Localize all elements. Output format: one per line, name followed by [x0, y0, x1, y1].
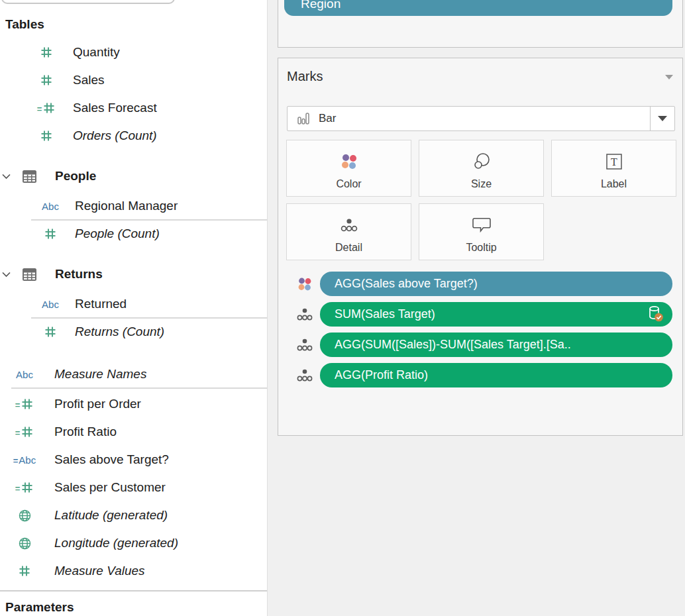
pill-label: SUM(Sales Target) [335, 307, 435, 321]
field-orders-count[interactable]: Orders (Count) [0, 122, 267, 150]
pill-agg-sales-above-target[interactable]: AGG(Sales above Target?) [320, 272, 672, 296]
number-icon [38, 227, 62, 240]
data-pane: Tables Quantity Sales = Sales Forecast [0, 0, 268, 616]
detail-target-icon[interactable] [295, 336, 315, 354]
field-label: People (Count) [75, 227, 160, 241]
button-label: Label [601, 178, 627, 190]
marks-card: Marks Bar Color Size [278, 58, 683, 436]
calculated-number-icon: = [11, 397, 38, 411]
chevron-down-icon [658, 116, 667, 121]
field-quantity[interactable]: Quantity [0, 38, 267, 66]
bar-chart-icon [297, 112, 310, 125]
data-source-check-badge-icon [647, 305, 664, 327]
field-label: Sales [73, 73, 105, 87]
field-label: Profit per Order [54, 397, 141, 411]
table-group-people[interactable]: People [0, 164, 267, 188]
tables-section-header: Tables [0, 15, 267, 34]
field-measure-values[interactable]: Measure Values [0, 557, 267, 585]
pill-agg-sales-minus-target[interactable]: AGG(SUM([Sales])-SUM([Sales Target].[Sa.… [320, 333, 672, 357]
field-regional-manager[interactable]: Abc Regional Manager [0, 192, 267, 220]
calculated-number-icon: = [11, 425, 38, 438]
marks-title: Marks [287, 69, 323, 84]
string-icon: Abc [38, 299, 62, 310]
field-label: Sales above Target? [54, 452, 169, 467]
pill-region[interactable]: Region [284, 0, 672, 16]
text-label-icon: T [605, 140, 623, 178]
field-profit-ratio[interactable]: = Profit Ratio [0, 418, 267, 446]
field-sales[interactable]: Sales [0, 66, 267, 94]
tooltip-icon [471, 204, 492, 242]
pill-label: Region [301, 0, 341, 11]
pill-label: AGG(SUM([Sales])-SUM([Sales Target].[Sa.… [335, 338, 571, 352]
parameters-section-header: Parameters [0, 597, 267, 616]
rows-shelf: Region [278, 0, 683, 48]
tooltip-button[interactable]: Tooltip [419, 203, 544, 260]
size-button[interactable]: Size [419, 140, 544, 197]
mark-type-dropdown[interactable]: Bar [287, 106, 675, 131]
label-button[interactable]: T Label [551, 140, 676, 197]
globe-icon [11, 537, 38, 550]
dimension-measure-divider [11, 387, 267, 389]
field-label: Profit Ratio [54, 425, 117, 439]
calculated-number-icon: = [11, 481, 38, 494]
tableau-workspace: Tables Quantity Sales = Sales Forecast [0, 0, 685, 616]
field-label: Regional Manager [75, 199, 178, 213]
pill-sum-sales-target[interactable]: SUM(Sales Target) [320, 302, 672, 327]
field-latitude-generated[interactable]: Latitude (generated) [0, 501, 267, 529]
field-longitude-generated[interactable]: Longitude (generated) [0, 529, 267, 557]
detail-button[interactable]: Detail [286, 203, 411, 260]
table-group-returns[interactable]: Returns [0, 262, 267, 286]
color-icon [339, 140, 360, 178]
field-sales-per-customer[interactable]: = Sales per Customer [0, 474, 267, 501]
field-label: Measure Names [54, 367, 146, 382]
field-label: Longitude (generated) [54, 536, 178, 550]
button-label: Color [336, 178, 361, 190]
field-measure-names[interactable]: Abc Measure Names [0, 360, 267, 388]
collapse-card-icon[interactable] [665, 75, 673, 79]
field-label: Quantity [73, 45, 120, 60]
field-sales-above-target[interactable]: =Abc Sales above Target? [0, 446, 267, 474]
number-icon [38, 325, 62, 338]
field-returned[interactable]: Abc Returned [0, 290, 267, 318]
field-returns-count[interactable]: Returns (Count) [0, 318, 267, 346]
group-label: People [55, 169, 96, 183]
detail-target-icon[interactable] [295, 367, 315, 384]
chevron-down-icon[interactable] [2, 174, 13, 180]
field-label: Latitude (generated) [54, 508, 168, 523]
field-label: Sales Forecast [73, 101, 157, 115]
pill-agg-profit-ratio[interactable]: AGG(Profit Ratio) [320, 363, 672, 387]
field-profit-per-order[interactable]: = Profit per Order [0, 390, 267, 418]
detail-target-icon[interactable] [295, 306, 315, 323]
table-icon [23, 268, 37, 281]
field-label: Returned [75, 297, 127, 311]
field-sales-forecast[interactable]: = Sales Forecast [0, 94, 267, 122]
pill-row: AGG(SUM([Sales])-SUM([Sales Target].[Sa.… [295, 333, 672, 357]
color-button[interactable]: Color [286, 140, 411, 197]
calculated-number-icon: = [36, 101, 57, 115]
mark-type-value: Bar [319, 112, 336, 125]
search-input[interactable] [1, 0, 175, 4]
button-label: Detail [335, 242, 362, 254]
string-icon: Abc [38, 201, 62, 212]
svg-text:T: T [611, 156, 617, 168]
button-label: Size [471, 178, 492, 190]
detail-icon [339, 204, 359, 242]
pill-label: AGG(Profit Ratio) [335, 368, 428, 382]
marks-buttons: Color Size T Label Detail [286, 140, 676, 260]
group-label: Returns [55, 267, 103, 282]
chevron-down-icon[interactable] [2, 272, 13, 278]
dropdown-arrow-button[interactable] [650, 107, 674, 130]
calculated-string-icon: =Abc [11, 454, 38, 466]
field-label: Measure Values [54, 564, 145, 578]
button-label: Tooltip [466, 242, 496, 254]
color-target-icon[interactable] [295, 276, 315, 293]
field-label: Sales per Customer [54, 480, 166, 495]
number-icon [36, 74, 57, 87]
table-icon [23, 170, 37, 183]
parameters-divider [0, 590, 267, 591]
number-icon [36, 46, 57, 59]
pill-row: AGG(Sales above Target?) [295, 272, 672, 296]
field-people-count[interactable]: People (Count) [0, 220, 267, 248]
field-label: Orders (Count) [73, 128, 157, 143]
string-icon: Abc [11, 369, 38, 380]
